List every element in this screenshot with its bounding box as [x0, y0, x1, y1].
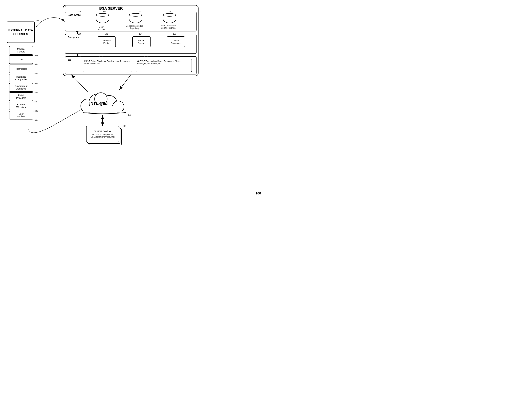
output-box: OUTPUT Personalized Query Responses, Ale… [136, 59, 192, 72]
ref-120: 120 [78, 10, 81, 12]
client-desc: (Monitor, I/O Peripherals,OS, Applicatio… [91, 133, 115, 138]
io-label: I/O [67, 58, 71, 61]
ref-160: 160 [36, 19, 39, 22]
ref-124: 124 [137, 10, 141, 12]
svg-rect-13 [83, 105, 122, 112]
source-external-websites: ExternalWebsites [9, 102, 33, 110]
output-title: OUTPUT [137, 60, 145, 62]
internet-label: INTERNET [89, 101, 109, 105]
user-correlation-label: User Correlationand Group Data [159, 25, 177, 29]
ref-140a: 140a [99, 55, 103, 58]
analytics-label: Analytics [67, 36, 79, 39]
source-retail: RetailProviders [9, 92, 33, 101]
ref-150: 150 [128, 114, 131, 116]
external-data-sources-box: EXTERNAL DATA SOURCES [7, 22, 35, 43]
external-data-sources-label: EXTERNAL DATA SOURCES [7, 28, 34, 36]
bsa-server-title: BSA SERVER [99, 6, 123, 11]
ref-160f: 160f [33, 101, 37, 103]
source-insurance: InsuranceCompanies [9, 74, 33, 82]
cylinder-medical-knowledge [129, 13, 142, 23]
page-number: 100 [256, 192, 261, 195]
source-government: GovernmentAgencies [9, 83, 33, 92]
ref-110: 110 [123, 125, 126, 127]
ref-134: 134 [139, 33, 142, 35]
cyl-top [163, 13, 176, 17]
ref-160e: 160e [33, 92, 38, 94]
ref-126: 126 [169, 10, 172, 12]
ref-140: 140 [78, 55, 81, 58]
ref-115: 115 [62, 5, 66, 8]
ref-132: 132 [104, 33, 108, 35]
source-user-monitors: UserMonitors [9, 111, 33, 119]
medical-knowledge-label: Medical KnowledgeRepository [125, 25, 143, 30]
client-title: CLIENT Devices [94, 130, 111, 133]
internet-cloud: INTERNET [74, 88, 127, 114]
ref-160a: 160a [33, 54, 38, 57]
source-medical-centers: MedicalCenters [9, 46, 33, 55]
ref-160c: 160c [33, 73, 38, 75]
cylinder-user-correlation [163, 13, 176, 23]
client-devices-container: CLIENT Devices (Monitor, I/O Peripherals… [86, 126, 122, 144]
cylinder-user-profiles [96, 13, 109, 23]
input-box: INPUT Active Check-Ins, Queries, User Re… [83, 59, 132, 72]
ref-130: 130 [78, 33, 81, 35]
query-processor-box: QueryProcessor [167, 36, 185, 47]
source-pharmacies: Pharmacies [9, 65, 33, 73]
data-store-label: Data Store [67, 13, 81, 17]
ref-160b: 160b [33, 63, 38, 66]
ref-160d: 160d [33, 82, 38, 85]
cyl-top [96, 13, 109, 17]
ref-122: 122 [103, 10, 106, 12]
benefits-engine-box: BenefitsEngine [98, 36, 116, 47]
ref-160g: 160g [33, 110, 38, 112]
expert-system-box: ExpertSystem [132, 36, 151, 47]
input-title: INPUT [84, 60, 90, 62]
cyl-top [129, 13, 142, 17]
ref-140b: 140b [144, 55, 148, 58]
client-devices-box: CLIENT Devices (Monitor, I/O Peripherals… [86, 126, 119, 142]
source-labs: Labs [9, 55, 33, 64]
ref-160h: 160h [33, 119, 38, 121]
user-profiles-label: UserProfiles [93, 26, 110, 31]
ref-136: 136 [173, 33, 176, 35]
input-text: Active Check-Ins, Queries, User Response… [84, 60, 130, 65]
